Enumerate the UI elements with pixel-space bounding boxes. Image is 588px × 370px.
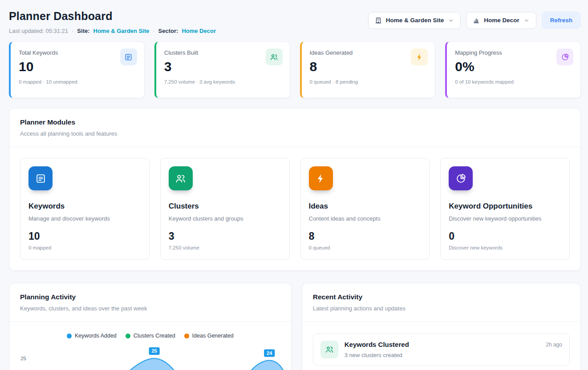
module-value: 3 <box>169 230 281 242</box>
users-icon <box>320 341 338 358</box>
topbar-left: Planner Dashboard Last updated: 05:31:21… <box>9 10 216 34</box>
legend-dot <box>126 334 130 338</box>
recent-activity-header: Recent Activity Latest planning actions … <box>302 283 580 322</box>
module-title: Ideas <box>309 202 422 211</box>
module-title: Keyword Opportunities <box>449 202 561 211</box>
stat-card-clusters-built: Clusters Built 3 7,250 volume · 3 avg ke… <box>154 41 290 98</box>
recent-item-title: Keywords Clustered <box>345 341 540 348</box>
stat-value: 8 <box>310 59 427 74</box>
stat-card-mapping-progress: Mapping Progress 0% 0 of 10 keywords map… <box>445 41 581 98</box>
module-title: Clusters <box>169 202 281 211</box>
activity-chart-area: 25 2524 <box>9 342 291 370</box>
recent-item-time: 2h ago <box>546 341 562 348</box>
module-description: Content ideas and concepts <box>309 215 422 222</box>
document-list-icon <box>28 166 53 190</box>
bar-chart-icon <box>473 17 480 24</box>
sector-selector-dropdown[interactable]: Home Decor <box>466 12 536 29</box>
legend-dot <box>67 334 72 338</box>
stat-detail: 0 queued · 8 pending <box>310 79 427 84</box>
legend-item-ideas-generated: Ideas Generated <box>184 333 234 339</box>
site-label: Site: <box>77 28 89 34</box>
users-icon <box>169 166 193 190</box>
module-card-keyword-opportunities[interactable]: Keyword Opportunities Discover new keywo… <box>440 158 570 260</box>
planner-modules-panel: Planner Modules Access all planning tool… <box>9 108 581 271</box>
stat-value: 10 <box>19 59 136 74</box>
recent-activity-item[interactable]: Keywords Clustered 3 new clusters create… <box>313 334 570 366</box>
legend-item-clusters-created: Clusters Created <box>126 333 175 339</box>
planner-modules-header: Planner Modules Access all planning tool… <box>9 109 580 147</box>
module-card-clusters[interactable]: Clusters Keyword clusters and groups 3 7… <box>160 158 290 260</box>
panel-title: Recent Activity <box>313 293 570 301</box>
stat-label: Total Keywords <box>19 49 136 56</box>
separator-dot: · <box>153 28 154 34</box>
chevron-down-icon <box>448 17 454 24</box>
module-description: Keyword clusters and groups <box>169 215 281 222</box>
svg-text:24: 24 <box>267 350 272 356</box>
separator-dot: · <box>72 28 73 34</box>
modules-grid: Keywords Manage and discover keywords 10… <box>9 147 580 270</box>
y-axis-tick: 25 <box>16 345 29 370</box>
pie-chart-icon <box>449 166 473 190</box>
sector-selector-value: Home Decor <box>484 17 519 24</box>
stat-card-ideas-generated: Ideas Generated 8 0 queued · 8 pending <box>300 41 436 98</box>
page-title: Planner Dashboard <box>9 10 216 23</box>
module-value: 8 <box>309 230 422 242</box>
refresh-button[interactable]: Refresh <box>542 12 581 29</box>
building-icon <box>375 17 382 24</box>
stat-label: Mapping Progress <box>455 49 572 56</box>
planning-activity-panel: Planning Activity Keywords, clusters, an… <box>9 283 292 370</box>
stat-detail: 7,250 volume · 3 avg keywords <box>164 79 282 84</box>
module-card-keywords[interactable]: Keywords Manage and discover keywords 10… <box>20 158 150 260</box>
legend-item-keywords-added: Keywords Added <box>67 333 117 339</box>
bottom-row: Planning Activity Keywords, clusters, an… <box>9 283 581 370</box>
module-card-ideas[interactable]: Ideas Content ideas and concepts 8 0 que… <box>300 158 430 260</box>
sector-label: Sector: <box>158 28 178 34</box>
legend-label: Keywords Added <box>75 333 117 339</box>
activity-line-chart: 2524 <box>29 345 285 370</box>
site-selector-dropdown[interactable]: Home & Garden Site <box>368 12 461 29</box>
lightning-icon <box>411 48 428 65</box>
svg-text:25: 25 <box>151 349 157 354</box>
planning-activity-header: Planning Activity Keywords, clusters, an… <box>9 283 291 322</box>
panel-subtitle: Latest planning actions and updates <box>313 305 570 312</box>
panel-subtitle: Access all planning tools and features <box>20 130 570 137</box>
module-title: Keywords <box>28 202 141 211</box>
stat-detail: 0 of 10 keywords mapped <box>455 79 572 84</box>
recent-activity-panel: Recent Activity Latest planning actions … <box>302 283 581 370</box>
stat-card-total-keywords: Total Keywords 10 0 mapped · 10 unmapped <box>9 41 145 98</box>
users-icon <box>266 48 283 65</box>
recent-item-description: 3 new clusters created <box>345 352 540 358</box>
stat-value: 0% <box>455 59 572 74</box>
legend-label: Ideas Generated <box>192 333 234 339</box>
stat-detail: 0 mapped · 10 unmapped <box>19 79 136 84</box>
topbar: Planner Dashboard Last updated: 05:31:21… <box>0 0 588 38</box>
site-selector-value: Home & Garden Site <box>386 17 444 24</box>
module-detail: Discover new keywords <box>449 245 561 250</box>
stats-row: Total Keywords 10 0 mapped · 10 unmapped… <box>0 38 588 98</box>
module-detail: 0 queued <box>309 245 422 250</box>
legend-dot <box>184 334 189 338</box>
module-detail: 0 mapped <box>28 245 141 250</box>
recent-item-text: Keywords Clustered 3 new clusters create… <box>345 341 540 358</box>
module-value: 10 <box>28 230 141 242</box>
panel-title: Planner Modules <box>20 118 570 126</box>
sector-link[interactable]: Home Decor <box>182 28 216 34</box>
document-list-icon <box>120 48 137 65</box>
panel-title: Planning Activity <box>20 293 280 301</box>
pie-chart-icon <box>556 48 573 65</box>
meta-row: Last updated: 05:31:21 · Site: Home & Ga… <box>9 28 216 34</box>
lightning-icon <box>309 166 333 190</box>
module-detail: 7,250 volume <box>169 245 281 250</box>
topbar-controls: Home & Garden Site Home Decor Refresh <box>368 12 581 29</box>
stat-value: 3 <box>164 59 282 74</box>
module-value: 0 <box>449 230 561 242</box>
stat-label: Ideas Generated <box>310 49 427 56</box>
panel-subtitle: Keywords, clusters, and ideas over the p… <box>20 305 280 312</box>
stat-label: Clusters Built <box>164 49 282 56</box>
module-description: Manage and discover keywords <box>28 215 141 222</box>
last-updated-text: Last updated: 05:31:21 <box>9 28 68 34</box>
site-link[interactable]: Home & Garden Site <box>93 28 150 34</box>
legend-label: Clusters Created <box>134 333 175 339</box>
chevron-down-icon <box>523 17 530 24</box>
chart-legend: Keywords Added Clusters Created Ideas Ge… <box>9 322 291 342</box>
